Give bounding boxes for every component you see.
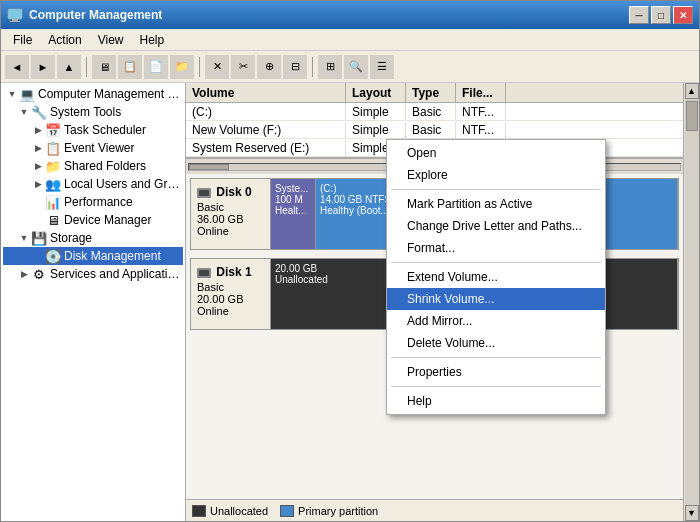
layout-c: Simple: [346, 104, 406, 120]
toolbar-cut[interactable]: ✂: [231, 55, 255, 79]
partition-system-reserved[interactable]: Syste... 100 M Healt...: [271, 179, 316, 249]
vscroll-up[interactable]: ▲: [685, 83, 699, 99]
tree-item-local-users[interactable]: ▶ 👥 Local Users and Gro...: [3, 175, 183, 193]
ctx-delete-volume[interactable]: Delete Volume...: [387, 332, 605, 354]
tree-item-performance[interactable]: ▶ 📊 Performance: [3, 193, 183, 211]
ctx-sep-4: [391, 386, 601, 387]
tree-sidebar: ▼ 💻 Computer Management (L... ▼ 🔧 System…: [1, 83, 186, 521]
ctx-change-drive-letter[interactable]: Change Drive Letter and Paths...: [387, 215, 605, 237]
ctx-shrink-volume[interactable]: Shrink Volume...: [387, 288, 605, 310]
event-viewer-label: Event Viewer: [64, 141, 134, 155]
vscroll-track[interactable]: [685, 99, 699, 505]
toolbar-copy[interactable]: ⊕: [257, 55, 281, 79]
tree-item-services[interactable]: ▶ ⚙ Services and Applicatio...: [3, 265, 183, 283]
toggle-services[interactable]: ▶: [17, 267, 31, 281]
window-controls: ─ □ ✕: [629, 6, 693, 24]
tree-item-task-scheduler[interactable]: ▶ 📅 Task Scheduler: [3, 121, 183, 139]
vscroll-down[interactable]: ▼: [685, 505, 699, 521]
ctx-help[interactable]: Help: [387, 390, 605, 412]
ctx-extend-volume[interactable]: Extend Volume...: [387, 266, 605, 288]
volume-f: New Volume (F:): [186, 122, 346, 138]
legend-primary-label: Primary partition: [298, 505, 378, 517]
toolbar-menu[interactable]: ☰: [370, 55, 394, 79]
performance-icon: 📊: [45, 194, 61, 210]
legend-unallocated: Unallocated: [192, 505, 268, 517]
toolbar-back[interactable]: ◄: [5, 55, 29, 79]
toggle-shared-folders[interactable]: ▶: [31, 159, 45, 173]
services-label: Services and Applicatio...: [50, 267, 181, 281]
tree-item-shared-folders[interactable]: ▶ 📁 Shared Folders: [3, 157, 183, 175]
toolbar-show-hide[interactable]: 🖥: [92, 55, 116, 79]
toolbar-delete[interactable]: ✕: [205, 55, 229, 79]
ctx-sep-3: [391, 357, 601, 358]
type-f: Basic: [406, 122, 456, 138]
maximize-button[interactable]: □: [651, 6, 671, 24]
svg-rect-4: [199, 190, 209, 196]
toolbar-forward[interactable]: ►: [31, 55, 55, 79]
layout-f: Simple: [346, 122, 406, 138]
svg-rect-1: [12, 19, 18, 21]
toggle-task-scheduler[interactable]: ▶: [31, 123, 45, 137]
legend-unallocated-box: [192, 505, 206, 517]
toolbar-properties[interactable]: ⊞: [318, 55, 342, 79]
menu-view[interactable]: View: [90, 31, 132, 49]
vscroll-thumb[interactable]: [686, 101, 698, 131]
bottom-legend-bar: Unallocated Primary partition: [186, 499, 683, 521]
col-header-type[interactable]: Type: [406, 83, 456, 102]
toolbar-sep-1: [86, 57, 87, 77]
minimize-button[interactable]: ─: [629, 6, 649, 24]
menu-file[interactable]: File: [5, 31, 40, 49]
ctx-add-mirror[interactable]: Add Mirror...: [387, 310, 605, 332]
disk-management-label: Disk Management: [64, 249, 161, 263]
menu-action[interactable]: Action: [40, 31, 89, 49]
shared-folders-icon: 📁: [45, 158, 61, 174]
col-header-file[interactable]: File...: [456, 83, 506, 102]
computer-management-window: Computer Management ─ □ ✕ File Action Vi…: [0, 0, 700, 522]
ctx-explore[interactable]: Explore: [387, 164, 605, 186]
storage-icon: 💾: [31, 230, 47, 246]
tree-item-root[interactable]: ▼ 💻 Computer Management (L...: [3, 85, 183, 103]
table-row[interactable]: (C:) Simple Basic NTF...: [186, 103, 683, 121]
volume-c: (C:): [186, 104, 346, 120]
tree-item-disk-management[interactable]: ▶ 💽 Disk Management: [3, 247, 183, 265]
ctx-open[interactable]: Open: [387, 142, 605, 164]
toggle-root[interactable]: ▼: [5, 87, 19, 101]
toolbar-up[interactable]: ▲: [57, 55, 81, 79]
menu-help[interactable]: Help: [132, 31, 173, 49]
close-button[interactable]: ✕: [673, 6, 693, 24]
toggle-performance[interactable]: ▶: [31, 195, 45, 209]
scroll-thumb[interactable]: [189, 164, 229, 170]
services-icon: ⚙: [31, 266, 47, 282]
disk-0-name: Disk 0: [197, 185, 264, 199]
window-title: Computer Management: [29, 8, 629, 22]
toolbar-btn3[interactable]: 📄: [144, 55, 168, 79]
local-users-icon: 👥: [45, 176, 61, 192]
tree-item-storage[interactable]: ▼ 💾 Storage: [3, 229, 183, 247]
device-manager-icon: 🖥: [45, 212, 61, 228]
toggle-system-tools[interactable]: ▼: [17, 105, 31, 119]
toolbar-btn2[interactable]: 📋: [118, 55, 142, 79]
ctx-properties[interactable]: Properties: [387, 361, 605, 383]
col-header-volume[interactable]: Volume: [186, 83, 346, 102]
app-icon: [7, 7, 23, 23]
computer-icon: 💻: [19, 86, 35, 102]
table-row[interactable]: New Volume (F:) Simple Basic NTF...: [186, 121, 683, 139]
tree-item-system-tools[interactable]: ▼ 🔧 System Tools: [3, 103, 183, 121]
toggle-storage[interactable]: ▼: [17, 231, 31, 245]
toolbar-sep-3: [312, 57, 313, 77]
toolbar: ◄ ► ▲ 🖥 📋 📄 📁 ✕ ✂ ⊕ ⊟ ⊞ 🔍 ☰: [1, 51, 699, 83]
toggle-disk-mgmt[interactable]: ▶: [31, 249, 45, 263]
col-header-layout[interactable]: Layout: [346, 83, 406, 102]
svg-rect-2: [10, 21, 20, 22]
toolbar-paste[interactable]: ⊟: [283, 55, 307, 79]
tree-item-event-viewer[interactable]: ▶ 📋 Event Viewer: [3, 139, 183, 157]
tree-item-device-manager[interactable]: ▶ 🖥 Device Manager: [3, 211, 183, 229]
toolbar-search[interactable]: 🔍: [344, 55, 368, 79]
context-menu: Open Explore Mark Partition as Active Ch…: [386, 139, 606, 415]
toggle-event-viewer[interactable]: ▶: [31, 141, 45, 155]
toggle-device-manager[interactable]: ▶: [31, 213, 45, 227]
toggle-local-users[interactable]: ▶: [31, 177, 45, 191]
ctx-format[interactable]: Format...: [387, 237, 605, 259]
ctx-mark-active[interactable]: Mark Partition as Active: [387, 193, 605, 215]
toolbar-btn4[interactable]: 📁: [170, 55, 194, 79]
